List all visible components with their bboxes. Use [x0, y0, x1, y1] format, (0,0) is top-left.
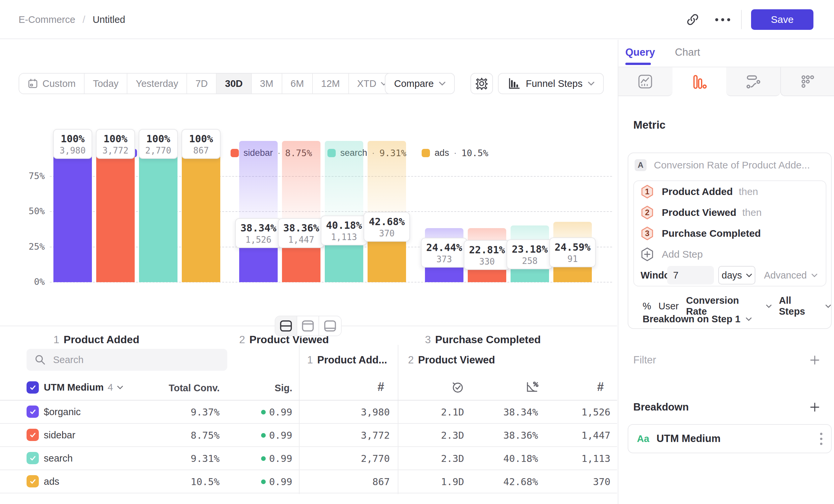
window-unit-select[interactable]: days: [718, 266, 755, 284]
legend-separator: ·: [454, 148, 457, 158]
bar-count: 1,526: [241, 234, 276, 245]
add-breakdown-button[interactable]: [809, 402, 820, 412]
sig-cell: 0.99: [269, 430, 292, 441]
sig-cell: 0.99: [269, 453, 292, 464]
total-conv-cell: 9.37%: [191, 407, 220, 418]
count-column-icon[interactable]: #: [377, 380, 384, 394]
breakdown-item[interactable]: Aa UTM Medium: [628, 424, 832, 453]
filter-heading: Filter: [633, 354, 656, 366]
y-axis-tick: 0%: [0, 277, 45, 287]
select-all-checkbox[interactable]: [26, 381, 39, 394]
table-group-step2[interactable]: 2Product Viewed: [408, 354, 495, 366]
legend-name: ads: [435, 148, 449, 158]
row-checkbox[interactable]: [26, 406, 39, 418]
funnel-dropoff-bar[interactable]: [282, 141, 321, 229]
step2-count-cell: 1,113: [581, 453, 610, 464]
funnel-dropoff-bar[interactable]: [325, 141, 363, 227]
funnel-dropoff-bar[interactable]: [368, 141, 406, 223]
step2-count-cell: 1,447: [581, 430, 610, 441]
step-event-name: Product Viewed: [662, 207, 737, 218]
window-value-input[interactable]: 7: [667, 266, 714, 284]
share-link-button[interactable]: [682, 9, 703, 30]
avg-time-column-icon[interactable]: [451, 380, 464, 394]
chart-type-button[interactable]: Funnel Steps: [498, 73, 604, 94]
add-step-hexagon-icon: [641, 247, 654, 261]
main-content: CustomTodayYesterday7D30D3M6M12MXTD Comp…: [0, 40, 617, 504]
row-checkbox[interactable]: [26, 429, 39, 441]
breakdown-on-selector[interactable]: Breakdown on Step 1: [642, 314, 752, 325]
query-step-row[interactable]: 3Purchase Completed: [634, 223, 826, 244]
layout-chart-only-button[interactable]: [297, 316, 319, 336]
step-suffix: then: [742, 207, 762, 218]
row-checkbox[interactable]: [26, 452, 39, 464]
breakdown-column-header[interactable]: UTM Medium 4: [44, 382, 123, 393]
scope-selector[interactable]: All Steps: [779, 295, 818, 317]
range-12m[interactable]: 12M: [313, 74, 349, 93]
report-tab-insights[interactable]: [618, 67, 673, 96]
chevron-down-icon: [746, 317, 752, 321]
table-group-step1[interactable]: 1Product Add...: [307, 354, 387, 366]
report-tab-flows[interactable]: [726, 67, 780, 96]
step1-count-cell: 2,770: [361, 453, 390, 464]
row-checkbox[interactable]: [26, 475, 39, 487]
significance-dot: [261, 456, 266, 461]
step2-count-cell: 370: [593, 476, 610, 487]
entity-selector[interactable]: User: [659, 301, 679, 312]
funnel-converted-bar[interactable]: [53, 141, 92, 282]
legend-item[interactable]: ads·10.5%: [422, 148, 488, 158]
funnel-converted-bar[interactable]: [139, 141, 177, 282]
sig-header[interactable]: Sig.: [275, 383, 292, 394]
query-step-row[interactable]: 1Product Addedthen: [634, 181, 826, 202]
layout-split-button[interactable]: [275, 316, 297, 336]
chart-settings-button[interactable]: [470, 73, 493, 94]
breadcrumb-separator: /: [83, 14, 85, 25]
range-7d[interactable]: 7D: [187, 74, 217, 93]
table-row: $organic9.37%0.993,9802.1D38.34%1,526: [0, 400, 617, 424]
bar-count: 867: [187, 145, 215, 156]
compare-button[interactable]: Compare: [385, 73, 455, 94]
count-column-icon[interactable]: #: [597, 380, 604, 394]
breadcrumb-project[interactable]: E-Commerce: [19, 14, 75, 25]
save-button[interactable]: Save: [751, 9, 813, 30]
y-axis-tick: 75%: [0, 171, 45, 181]
report-tab-funnels[interactable]: [673, 67, 726, 96]
total-conv-cell: 10.5%: [191, 476, 220, 487]
query-panel: Query Chart: [618, 40, 834, 504]
table-body: $organic9.37%0.993,9802.1D38.34%1,526sid…: [0, 400, 617, 494]
query-step-row[interactable]: 2Product Viewedthen: [634, 202, 826, 223]
conv-rate-column-icon[interactable]: [525, 380, 539, 394]
bar-percent: 23.18%: [512, 243, 548, 256]
bar-percent: 100%: [144, 133, 173, 145]
funnel-converted-bar[interactable]: [96, 141, 135, 282]
bar-value-label: 38.36%1,447: [278, 218, 325, 248]
range-6m[interactable]: 6M: [282, 74, 313, 93]
range-3m[interactable]: 3M: [252, 74, 282, 93]
step2-count-cell: 1,526: [581, 407, 610, 418]
breadcrumb-title[interactable]: Untitled: [92, 14, 125, 25]
bar-percent: 22.81%: [469, 244, 505, 256]
range-custom[interactable]: Custom: [19, 74, 85, 93]
kebab-menu-icon[interactable]: [820, 433, 822, 445]
funnel-converted-bar[interactable]: [182, 141, 220, 282]
bar-count: 2,770: [144, 145, 173, 156]
range-30d[interactable]: 30D: [217, 74, 251, 93]
advanced-toggle[interactable]: Advanced: [764, 270, 817, 281]
total-conv-header[interactable]: Total Conv.: [169, 383, 220, 394]
add-step-button[interactable]: Add Step: [634, 244, 826, 265]
funnel-dropoff-bar[interactable]: [239, 141, 278, 229]
range-yesterday[interactable]: Yesterday: [127, 74, 187, 93]
tab-query[interactable]: Query: [626, 46, 655, 59]
tab-chart[interactable]: Chart: [675, 46, 700, 59]
more-options-button[interactable]: [712, 9, 733, 30]
layout-table-only-button[interactable]: [319, 316, 341, 336]
metric-row[interactable]: A Conversion Rate of Product Adde...: [635, 159, 810, 171]
range-today[interactable]: Today: [85, 74, 127, 93]
bar-count: 330: [469, 256, 505, 267]
date-range-control: CustomTodayYesterday7D30D3M6M12MXTD: [19, 73, 396, 94]
range-label: 30D: [225, 78, 242, 89]
report-tab-retention[interactable]: [780, 67, 834, 96]
add-filter-button[interactable]: [809, 355, 820, 365]
search-input[interactable]: [53, 354, 212, 365]
bar-count: 3,980: [58, 145, 87, 156]
retention-icon: [800, 74, 815, 89]
